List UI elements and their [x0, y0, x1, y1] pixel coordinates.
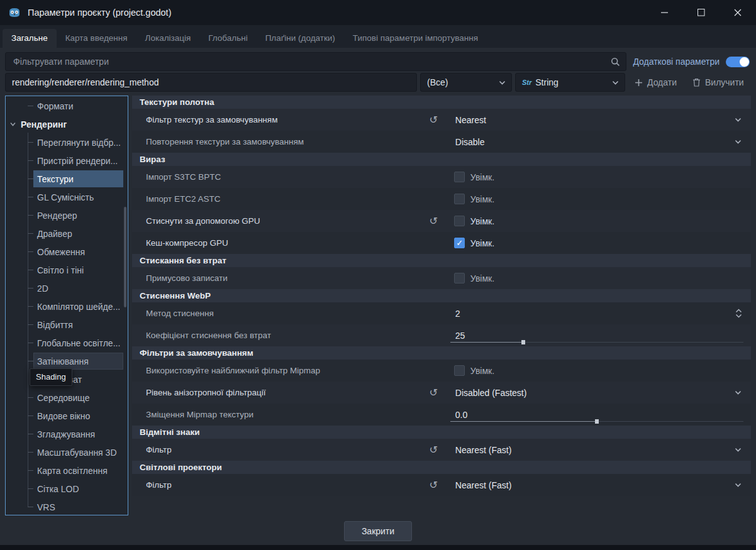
advanced-settings-label: Додаткові параметри	[633, 57, 720, 67]
updown-icon	[735, 309, 742, 318]
section-header: Вираз	[132, 153, 751, 166]
sidebar-item[interactable]: VRS	[6, 498, 128, 515]
chevron-down-icon[interactable]	[9, 121, 19, 128]
property-row: Фільтр текстур за замовчуванням↺Nearest	[132, 109, 751, 131]
property-select[interactable]: Nearest (Fast)	[448, 474, 746, 496]
tree-branch-tick	[28, 452, 33, 453]
sidebar-item[interactable]: Обмеження	[6, 243, 128, 261]
tree-branch-tick	[28, 142, 33, 143]
checkbox[interactable]	[454, 273, 465, 283]
spin-slider[interactable]: 0.0	[448, 404, 746, 426]
add-property-button[interactable]: Додати	[628, 73, 683, 92]
sidebar-item[interactable]: Середовище	[6, 388, 128, 407]
tree-branch-tick	[28, 470, 33, 471]
tree-branch-tick	[28, 488, 33, 489]
tab-6[interactable]: Типові параметри імпортування	[344, 29, 487, 48]
sidebar-item-label: Формати	[37, 101, 74, 111]
tree-branch-tick	[28, 233, 33, 234]
sidebar-item-label: Згладжування	[37, 429, 95, 439]
property-label: Коефіцієнт стиснення без втрат	[146, 331, 271, 340]
checkbox[interactable]	[454, 238, 465, 248]
footer: Закрити	[0, 517, 756, 545]
revert-icon[interactable]: ↺	[429, 114, 437, 126]
settings-tree: ФорматиРендерингПереглянути відбр...Прис…	[6, 97, 128, 515]
tab-2[interactable]: Карта введення	[57, 29, 136, 48]
property-value: Nearest	[455, 115, 486, 125]
sidebar-item[interactable]: Компілятор шейде...	[6, 297, 128, 316]
property-row: Рівень анізотропної фільтрації↺Disabled …	[132, 382, 751, 404]
tree-scrollbar[interactable]	[124, 207, 126, 307]
checkbox[interactable]	[454, 365, 465, 376]
revert-icon[interactable]: ↺	[429, 215, 437, 227]
property-select[interactable]: Disable	[448, 131, 746, 153]
property-row: Метод стиснення2	[132, 302, 751, 324]
tab-4[interactable]: Глобальні	[199, 29, 256, 48]
sidebar-item[interactable]: Карта освітлення	[6, 461, 128, 480]
revert-icon[interactable]: ↺	[429, 479, 437, 491]
section-header: Текстури полотна	[132, 96, 751, 109]
sidebar-item-label: Рендерер	[37, 211, 77, 221]
sidebar-item[interactable]: 2D	[6, 279, 128, 297]
property-row: Фільтр↺Nearest (Fast)	[132, 439, 751, 461]
sidebar-item[interactable]: Згладжування	[6, 425, 128, 443]
spin-slider[interactable]: 25	[448, 324, 746, 346]
checkbox-label: Увімк.	[470, 238, 494, 248]
sidebar-item[interactable]: Відбиття	[6, 316, 128, 334]
sidebar-item[interactable]: Формати	[6, 97, 128, 115]
type-select-value: String	[535, 77, 559, 87]
checkbox-label: Увімк.	[470, 194, 494, 204]
trash-icon	[692, 78, 701, 87]
sidebar-item[interactable]: GL Сумісність	[6, 188, 128, 206]
checkbox[interactable]	[454, 172, 465, 182]
tab-5[interactable]: Плаґіни (додатки)	[257, 29, 344, 48]
sidebar-item[interactable]: Затінювання	[6, 352, 128, 370]
close-window-button[interactable]	[720, 0, 756, 25]
spin-box[interactable]: 2	[448, 302, 746, 324]
checkbox[interactable]	[454, 194, 465, 204]
chevron-down-icon	[734, 388, 742, 397]
property-label: Стиснути за допомогою GPU	[146, 216, 260, 226]
minimize-button[interactable]	[647, 0, 683, 25]
property-select[interactable]: Disabled (Fastest)	[448, 382, 746, 404]
sidebar-item[interactable]: Пристрій рендери...	[6, 151, 128, 170]
chevron-down-icon	[498, 79, 506, 87]
slider-grabber[interactable]	[595, 419, 599, 424]
sidebar-item[interactable]: Драйвер	[6, 224, 128, 243]
slider-grabber[interactable]	[521, 340, 525, 344]
property-select[interactable]: Nearest	[448, 109, 746, 131]
filter-settings-input[interactable]	[12, 56, 611, 67]
sidebar-item-label: 2D	[37, 283, 48, 294]
sidebar-item[interactable]: Глобальне освітле...	[6, 334, 128, 352]
revert-icon[interactable]: ↺	[429, 387, 437, 399]
sidebar-item[interactable]: Рендерер	[6, 206, 128, 224]
tab-1[interactable]: Загальне	[3, 29, 57, 48]
property-label: Фільтр	[146, 445, 172, 454]
feature-select[interactable]: (Все)	[420, 73, 512, 92]
sidebar-item[interactable]: Переглянути відбр...	[6, 133, 128, 151]
property-select[interactable]: Nearest (Fast)	[448, 439, 746, 461]
close-dialog-button[interactable]: Закрити	[344, 521, 412, 541]
property-path-input[interactable]	[5, 73, 417, 92]
tree-branch-tick	[28, 324, 33, 325]
sidebar-item[interactable]: Сітка LOD	[6, 480, 128, 498]
sidebar-item[interactable]: Текстури	[6, 170, 128, 188]
tab-3[interactable]: Локалізація	[136, 29, 200, 48]
sidebar-item[interactable]: Видове вікно	[6, 407, 128, 425]
sidebar-item[interactable]: Світло і тіні	[6, 261, 128, 279]
checkbox-label: Увімк.	[470, 366, 494, 376]
advanced-settings-toggle[interactable]	[726, 57, 750, 67]
sidebar-item[interactable]: Рендеринг	[6, 115, 128, 133]
revert-icon[interactable]: ↺	[429, 444, 437, 456]
property-label: Примусово записати	[146, 273, 228, 283]
checkbox[interactable]	[454, 216, 465, 226]
property-label: Повторення текстури за замовчуванням	[146, 137, 304, 146]
property-label: Рівень анізотропної фільтрації	[146, 388, 266, 397]
maximize-button[interactable]	[683, 0, 720, 25]
delete-property-button[interactable]: Вилучити	[686, 73, 750, 92]
string-type-icon: Str	[522, 79, 531, 86]
tree-branch-tick	[28, 288, 33, 289]
sidebar-item[interactable]: Масштабування 3D	[6, 443, 128, 461]
filter-row: Додаткові параметри	[0, 48, 756, 72]
sidebar-item-label: Затінювання	[37, 356, 89, 366]
type-select[interactable]: Str String	[515, 73, 625, 92]
